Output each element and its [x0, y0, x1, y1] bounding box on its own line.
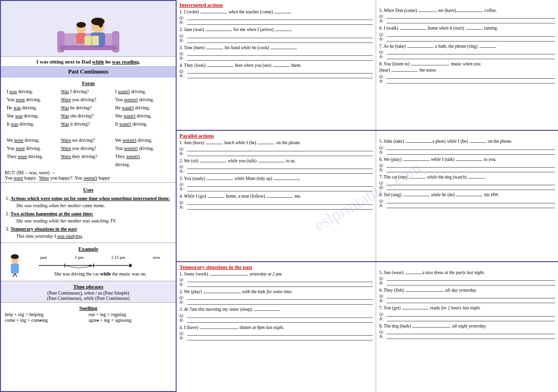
t-item-3: 3. At 7am this morning my sister (sleep)…	[179, 307, 373, 322]
t-item-r5: 5. Sue (wear) a nice dress at the party …	[379, 270, 555, 286]
time-labels: past 2 pm 2.15 pm now	[36, 255, 164, 260]
t-item-2: 2. We (play) with the kids for some time…	[179, 289, 373, 305]
example-section: Example past 2 pm 2.15 pm now	[1, 243, 176, 281]
svg-rect-15	[11, 263, 19, 273]
timeline-area: past 2 pm 2.15 pm now	[29, 253, 172, 278]
timeline-svg	[36, 260, 132, 269]
p-item-3: 3. You (study) while Mum (tidy up) Q: N:	[179, 176, 373, 191]
p-item-r7: 7. The cat (run) while the dog (watch) Q…	[379, 174, 555, 190]
spelling-section: Spelling help + ing = helping run + ing …	[1, 303, 176, 324]
form-table: I was driving. Was I driving? I wasn't d…	[5, 87, 172, 169]
item-1: 1. I (write) when the teacher (come) Q: …	[179, 9, 373, 25]
middle-row: Parallel actions 1. Ann (have) lunch whi…	[177, 131, 558, 262]
section-title: Past Continuous	[1, 67, 176, 77]
item-3: 3. Tom (burn) his hand while he (cook) Q…	[179, 45, 373, 61]
but-note: BUT: (BE – was, were) → You were happy. …	[5, 170, 172, 180]
temporary-left: Temporary situations in the past 1. Jenn…	[177, 262, 376, 392]
item-r5: 5. When Don (come) , we (have) coffee. Q…	[379, 8, 555, 23]
temporary-right: 5. Sue (wear) a nice dress at the party …	[376, 262, 558, 392]
left-panel: I was sitting next to Dad while he was r…	[0, 0, 177, 392]
t-item-r8: 8. The dog (bark) all night yesterday. Q…	[379, 323, 555, 339]
p-item-r6: 6. We (play) while I (talk) to you. Q: N…	[379, 157, 555, 172]
svg-point-14	[11, 254, 19, 259]
p-item-r8: 8. Sid (sing) while he (do) his HW. Q: N…	[379, 192, 555, 208]
form-subtitle: Form	[5, 79, 172, 87]
parallel-title: Parallel actions	[179, 133, 373, 138]
uses-subtitle: Uses	[5, 185, 172, 195]
temporary-title: Temporary situations in the past	[179, 264, 373, 270]
item-r8: 8. You (listen to) music when you (hear)…	[379, 61, 555, 84]
t-item-4: 4. I (have) dinner at 8pm last night. Q:…	[179, 325, 373, 340]
t-item-1: 1. Jenny (work) yesterday at 2 pm. Q: N:	[179, 271, 373, 287]
time-phrase-2: (Past Continuous), while (Past Continuou…	[5, 296, 172, 301]
item-4: 4. They (look) here when you (see) them.…	[179, 63, 373, 78]
time-phrases-section: Time phrases (Past Continuous), when / a…	[1, 281, 176, 303]
item-r6: 6. I (walk) home when it (start) raining…	[379, 25, 555, 41]
top-row: Interrupted actions 1. I (write) when th…	[177, 0, 558, 131]
past-continuous-title: Past Continuous	[68, 68, 108, 75]
svg-point-7	[98, 18, 103, 28]
interrupted-title: Interrupted actions	[179, 2, 373, 8]
time-phrase-1: (Past Continuous), when / as (Past Simpl…	[5, 290, 172, 296]
item-2: 2. Jane (wait) for me when I (arrive) Q:…	[179, 27, 373, 42]
timeline-caption: She was driving the car while the music …	[36, 271, 164, 276]
uses-section: Uses Actions which were going on for som…	[1, 183, 176, 243]
p-item-r5: 5. John (take) a photo while I (be) on t…	[379, 138, 555, 154]
parallel-left: Parallel actions 1. Ann (have) lunch whi…	[177, 131, 376, 261]
right-panel: eslprintables.com Interrupted actions 1.…	[177, 0, 558, 392]
interrupted-left: Interrupted actions 1. I (write) when th…	[177, 0, 376, 130]
svg-line-16	[13, 273, 15, 276]
svg-line-17	[15, 273, 17, 276]
item-r7: 7. As he (take) a bath, the phone (ring)…	[379, 43, 555, 59]
svg-marker-22	[86, 265, 91, 266]
parallel-right: 5. John (take) a photo while I (be) on t…	[376, 131, 558, 261]
bottom-row: Temporary situations in the past 1. Jenn…	[177, 262, 558, 392]
form-section: Form I was driving. Was I driving? I was…	[1, 77, 176, 183]
spelling-grid: help + ing = helping run + ing = running…	[5, 312, 172, 323]
time-phrases-title: Time phrases	[5, 283, 172, 290]
spelling-title: Spelling	[5, 304, 172, 312]
illustration-area	[1, 1, 176, 57]
svg-point-10	[76, 22, 86, 28]
caption-text: I was sitting next to Dad while he was r…	[1, 57, 176, 67]
example-illustration	[5, 253, 25, 279]
illustration-svg	[55, 5, 122, 53]
t-item-r6: 6. They (fish) all day yesterday. Q: N:	[379, 287, 555, 303]
p-item-2: 2. We (sit) while you (talk) to us. Q: N…	[179, 158, 373, 174]
svg-marker-19	[129, 264, 132, 267]
t-item-r7: 7. You (get) ready for 2 hours last nigh…	[379, 305, 555, 321]
p-item-1: 1. Ann (have) lunch while I (be) on the …	[179, 140, 373, 156]
svg-rect-3	[60, 45, 117, 50]
p-item-4: 4. While I (go) home, a man (follow) me.…	[179, 193, 373, 209]
interrupted-right: 5. When Don (come) , we (have) coffee. Q…	[376, 0, 558, 130]
example-subtitle: Example	[77, 245, 99, 253]
